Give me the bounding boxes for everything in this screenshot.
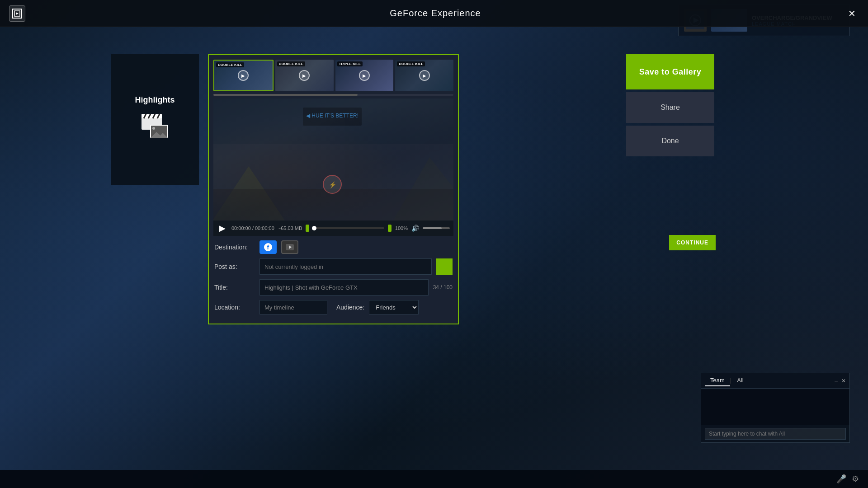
facebook-button[interactable]	[259, 240, 277, 254]
thumbnail-item-4[interactable]: DOUBLE KILL ▶	[395, 60, 453, 91]
video-quality: 100%	[395, 225, 408, 231]
destination-row: Destination:	[214, 240, 453, 254]
svg-text:⚡: ⚡	[329, 181, 337, 189]
microphone-icon[interactable]: 🎤	[836, 474, 846, 484]
thumbnail-item-1[interactable]: DOUBLE KILL ▶	[213, 60, 274, 91]
thumb-label-3: TRIPLE KILL	[337, 61, 363, 66]
play-button[interactable]: ▶	[217, 223, 228, 233]
title-label: Title:	[214, 284, 255, 291]
chat-controls: – ✕	[835, 378, 846, 384]
thumbnail-scrollbar[interactable]	[213, 94, 453, 96]
continue-button[interactable]: CONTINUE	[669, 235, 716, 250]
chat-header: Team | All – ✕	[701, 373, 849, 389]
speaker-icon[interactable]: 🔊	[411, 225, 419, 232]
progress-thumb[interactable]	[312, 226, 316, 230]
sidebar-highlights-label: Highlights	[135, 95, 175, 105]
thumb-label-1: DOUBLE KILL	[216, 62, 244, 67]
thumbnail-strip: DOUBLE KILL ▶ DOUBLE KILL ▶ TRIPLE KILL …	[209, 55, 458, 94]
trim-left-handle[interactable]	[306, 225, 309, 232]
video-player: ◀ HUE IT'S BETTER! ⚡	[213, 99, 453, 221]
destination-label: Destination:	[214, 244, 255, 251]
right-panel: Save to Gallery Share Done	[626, 54, 714, 156]
location-row: Location: Audience: Friends Public Only …	[214, 300, 453, 314]
title-input[interactable]	[259, 279, 429, 296]
login-button[interactable]	[436, 258, 453, 275]
thumb-label-4: DOUBLE KILL	[397, 61, 425, 66]
chat-tab-all[interactable]: All	[731, 375, 749, 386]
chat-input[interactable]	[705, 428, 846, 440]
audience-select[interactable]: Friends Public Only Me	[369, 300, 419, 314]
thumbnail-item-3[interactable]: TRIPLE KILL ▶	[335, 60, 394, 91]
thumb-play-3[interactable]: ▶	[359, 70, 370, 81]
post-as-row: Post as:	[214, 258, 453, 275]
chat-tab-team[interactable]: Team	[705, 375, 730, 386]
video-size: ~65.03 MB	[278, 225, 302, 231]
title-row: Title: 34 / 100	[214, 279, 453, 296]
settings-icon[interactable]: ⚙	[852, 474, 859, 484]
bottom-bar: 🎤 ⚙	[0, 470, 868, 488]
save-to-gallery-button[interactable]: Save to Gallery	[626, 54, 714, 89]
youtube-button[interactable]	[281, 240, 298, 254]
chat-minimize-button[interactable]: –	[835, 378, 838, 384]
svg-marker-2	[16, 12, 19, 15]
scroll-indicator	[213, 94, 358, 96]
post-as-label: Post as:	[214, 263, 255, 270]
video-progress-bar[interactable]	[313, 227, 384, 229]
thumb-play-1[interactable]: ▶	[238, 70, 249, 81]
trim-right-handle[interactable]	[388, 225, 392, 232]
chat-panel: Team | All – ✕	[701, 373, 850, 443]
video-time: 00:00:00 / 00:00:00	[231, 225, 274, 231]
done-button[interactable]: Done	[626, 126, 714, 156]
main-dialog: DOUBLE KILL ▶ DOUBLE KILL ▶ TRIPLE KILL …	[208, 54, 459, 324]
volume-fill	[423, 227, 442, 229]
title-char-count: 34 / 100	[433, 284, 453, 291]
thumb-label-2: DOUBLE KILL	[277, 61, 305, 66]
sidebar-highlights-icon	[139, 109, 171, 145]
video-controls: ▶ 00:00:00 / 00:00:00 ~65.03 MB 100% 🔊	[213, 221, 453, 236]
app-title: GeForce Experience	[390, 8, 481, 19]
chat-close-button[interactable]: ✕	[841, 378, 846, 384]
thumb-play-2[interactable]: ▶	[299, 70, 310, 81]
sidebar: Highlights	[111, 54, 199, 185]
thumb-play-4[interactable]: ▶	[419, 70, 430, 81]
close-button[interactable]: ✕	[845, 7, 859, 20]
volume-slider[interactable]	[423, 227, 450, 229]
chat-input-row	[701, 425, 849, 442]
location-input[interactable]	[259, 300, 327, 314]
location-label: Location:	[214, 304, 255, 311]
thumbnail-item-2[interactable]: DOUBLE KILL ▶	[275, 60, 334, 91]
svg-text:◀ HUE IT'S BETTER!: ◀ HUE IT'S BETTER!	[306, 113, 359, 119]
titlebar: GeForce Experience ✕	[0, 0, 868, 27]
share-button[interactable]: Share	[626, 92, 714, 123]
chat-body	[701, 389, 849, 425]
form-area: Destination: Post as: Title: 34	[209, 236, 458, 324]
app-logo	[9, 5, 25, 22]
post-as-input[interactable]	[259, 258, 432, 275]
audience-label: Audience:	[336, 304, 364, 311]
svg-point-13	[152, 127, 155, 130]
chat-tabs: Team | All	[705, 375, 749, 386]
